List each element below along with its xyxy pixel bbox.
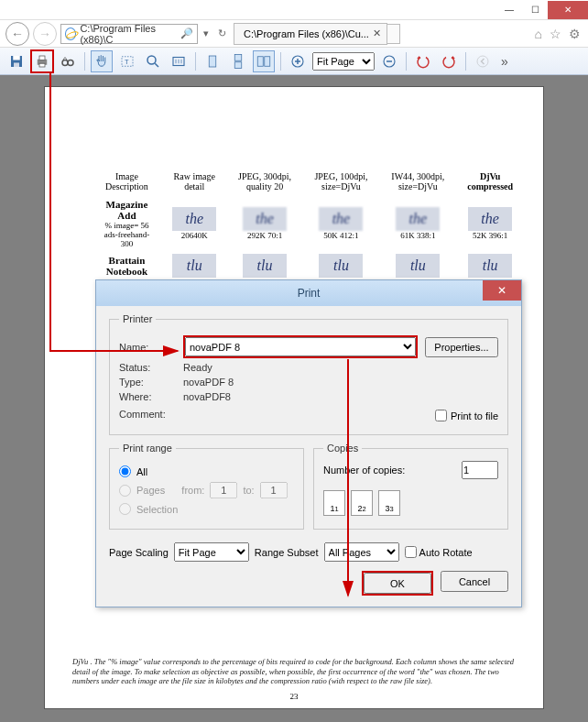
new-tab-button[interactable] (387, 24, 400, 44)
cancel-button[interactable]: Cancel (441, 571, 508, 592)
address-text: C:\Program Files (x86)\C (80, 23, 177, 45)
forward-button[interactable]: → (33, 22, 57, 46)
document-footnote: DjVu . The "% image" value corresponds t… (72, 657, 516, 686)
copies-input[interactable] (462, 461, 498, 479)
svg-rect-5 (39, 63, 45, 67)
page-number: 23 (45, 692, 543, 701)
back-button[interactable]: ← (5, 22, 29, 46)
minimize-button[interactable]: — (496, 1, 522, 19)
rotate-right-icon[interactable] (438, 50, 460, 72)
prev-page-icon[interactable] (472, 50, 494, 72)
printer-name-select[interactable]: novaPDF 8 (185, 337, 416, 356)
text-select-icon[interactable]: T (116, 50, 138, 72)
svg-rect-1 (13, 56, 20, 60)
copies-group: Copies Number of copies: 11 22 33 (313, 443, 508, 530)
marquee-zoom-icon[interactable] (168, 50, 190, 72)
type-value: novaPDF 8 (183, 377, 234, 388)
close-button[interactable]: ✕ (548, 1, 588, 19)
properties-button[interactable]: Properties... (425, 337, 498, 357)
svg-rect-17 (234, 54, 242, 60)
tab-strip: C:\Program Files (x86)\Cu... ✕ (234, 23, 531, 45)
svg-rect-20 (265, 56, 270, 66)
favorites-icon[interactable]: ☆ (550, 27, 561, 41)
range-pages-radio[interactable]: Pages from: to: (119, 482, 294, 498)
range-subset-select[interactable]: All Pages (324, 542, 399, 562)
continuous-page-icon[interactable] (227, 50, 249, 72)
zoom-in-icon[interactable] (287, 50, 309, 72)
facing-page-icon[interactable] (253, 50, 275, 72)
svg-point-6 (62, 60, 68, 65)
browser-tab[interactable]: C:\Program Files (x86)\Cu... ✕ (234, 23, 387, 45)
dropdown-icon[interactable]: ▾ (201, 27, 211, 39)
svg-rect-18 (234, 61, 242, 68)
search-icon[interactable]: 🔎 (180, 27, 193, 39)
range-all-radio[interactable]: All (119, 465, 294, 477)
auto-rotate-checkbox[interactable]: Auto Rotate (405, 546, 473, 558)
svg-point-7 (68, 60, 73, 65)
svg-text:T: T (125, 58, 129, 66)
pan-icon[interactable] (91, 50, 113, 72)
dialog-close-button[interactable]: ✕ (483, 280, 521, 301)
ie-icon (65, 27, 76, 40)
window-titlebar: — ☐ ✕ (0, 0, 588, 20)
tab-close-icon[interactable]: ✕ (373, 27, 381, 39)
browser-navbar: ← → C:\Program Files (x86)\C 🔎 ▾ ↻ C:\Pr… (0, 20, 588, 48)
single-page-icon[interactable] (201, 50, 223, 72)
viewer-toolbar: T Fit Page » (0, 48, 588, 75)
name-label: Name: (119, 342, 176, 353)
range-from-input[interactable] (210, 482, 237, 498)
print-to-file-checkbox[interactable]: Print to file (435, 410, 498, 421)
rotate-left-icon[interactable] (412, 50, 434, 72)
find-icon[interactable] (57, 50, 79, 72)
save-icon[interactable] (5, 50, 27, 72)
status-value: Ready (183, 362, 212, 373)
dialog-titlebar[interactable]: Print ✕ (96, 280, 521, 306)
svg-rect-4 (39, 56, 45, 60)
svg-point-10 (147, 56, 156, 64)
tab-label: C:\Program Files (x86)\Cu... (244, 28, 369, 39)
collate-preview: 11 22 33 (323, 490, 498, 516)
print-icon[interactable] (31, 50, 53, 72)
toolbar-overflow-icon[interactable]: » (501, 54, 508, 69)
printer-group: Printer Name: novaPDF 8 Properties... St… (109, 313, 508, 435)
print-range-group: Print range All Pages from: to: Selectio… (109, 443, 304, 530)
zoom-out-icon[interactable] (378, 50, 400, 72)
zoom-select[interactable]: Fit Page (312, 52, 375, 71)
ok-button[interactable]: OK (364, 573, 431, 594)
print-dialog: Print ✕ Printer Name: novaPDF 8 Properti… (95, 279, 522, 607)
svg-rect-2 (14, 62, 19, 67)
svg-point-26 (477, 56, 488, 67)
svg-rect-19 (257, 56, 263, 66)
address-bar[interactable]: C:\Program Files (x86)\C 🔎 (60, 24, 198, 44)
comparison-table: Image Description Raw image detail JPEG,… (91, 170, 525, 281)
svg-rect-16 (209, 56, 216, 67)
zoom-tool-icon[interactable] (142, 50, 164, 72)
settings-icon[interactable]: ⚙ (569, 27, 581, 41)
home-icon[interactable]: ⌂ (535, 27, 542, 41)
range-to-input[interactable] (260, 482, 288, 498)
page-scaling-select[interactable]: Fit Page (174, 542, 249, 562)
maximize-button[interactable]: ☐ (522, 1, 548, 19)
svg-line-11 (155, 63, 158, 67)
range-selection-radio[interactable]: Selection (119, 503, 294, 515)
refresh-icon[interactable]: ↻ (214, 27, 230, 39)
dialog-title: Print (298, 287, 321, 300)
where-value: novaPDF8 (183, 391, 231, 402)
